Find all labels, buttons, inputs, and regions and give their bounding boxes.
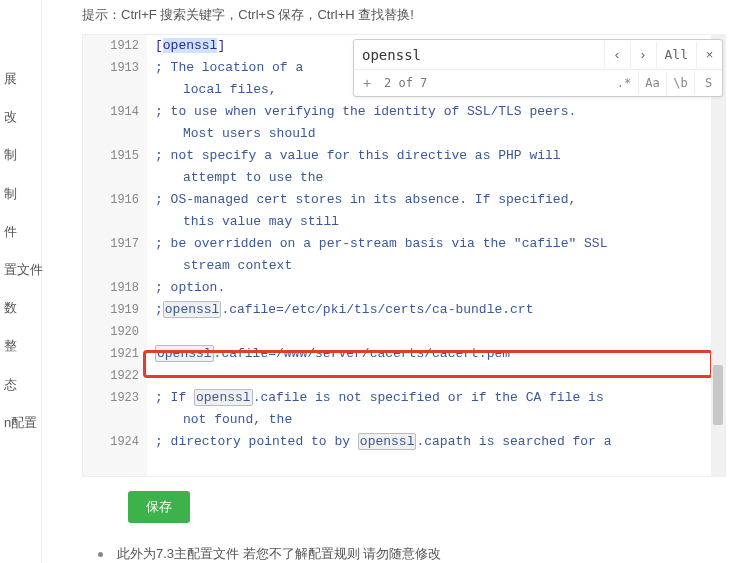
sidebar-item-9[interactable]: n配置 <box>0 404 41 442</box>
code-line[interactable]: ;openssl.cafile=/etc/pki/tls/certs/ca-bu… <box>155 299 725 321</box>
code-line[interactable]: ; directory pointed to by openssl.capath… <box>155 431 725 453</box>
line-number-gutter: 1912 1913 1914 1915 1916 1917 1918 1919 … <box>83 35 147 476</box>
search-prev-button[interactable]: ‹ <box>604 42 630 68</box>
sidebar-item-3[interactable]: 制 <box>0 175 41 213</box>
search-opt-word[interactable]: \b <box>666 71 694 95</box>
code-line[interactable]: ; to use when verifying the identity of … <box>155 101 725 145</box>
search-opt-case[interactable]: Aa <box>638 71 666 95</box>
scrollbar[interactable] <box>711 35 725 476</box>
sidebar-item-4[interactable]: 件 <box>0 213 41 251</box>
sidebar-item-1[interactable]: 改 <box>0 98 41 136</box>
sidebar-item-6[interactable]: 数 <box>0 289 41 327</box>
sidebar: 展 改 制 制 件 置文件 数 整 态 n配置 <box>0 0 42 563</box>
search-opt-regex[interactable]: .* <box>610 71 638 95</box>
sidebar-item-7[interactable]: 整 <box>0 327 41 365</box>
code-line[interactable]: ; be overridden on a per-stream basis vi… <box>155 233 725 277</box>
sidebar-item-5[interactable]: 置文件 <box>0 251 41 289</box>
code-area[interactable]: [openssl] ; The location of a local file… <box>147 35 725 476</box>
sidebar-item-2[interactable]: 制 <box>0 136 41 174</box>
code-line[interactable]: ; option. <box>155 277 725 299</box>
search-toggle-replace[interactable]: + <box>356 72 378 94</box>
code-line[interactable]: ; OS-managed cert stores in its absence.… <box>155 189 725 233</box>
sidebar-item-0[interactable]: 展 <box>0 60 41 98</box>
code-line[interactable]: ; If openssl.cafile is not specified or … <box>155 387 725 431</box>
search-input[interactable] <box>354 47 604 63</box>
code-line[interactable]: ; not specify a value for this directive… <box>155 145 725 189</box>
code-line[interactable] <box>155 365 725 387</box>
search-panel: ‹ › All × + 2 of 7 .* Aa \b S <box>353 39 723 97</box>
hint-text: 提示：Ctrl+F 搜索关键字，Ctrl+S 保存，Ctrl+H 查找替换! <box>42 0 746 30</box>
code-line[interactable]: openssl.cafile=/www/server/cacerts/cacer… <box>155 343 725 365</box>
search-close-button[interactable]: × <box>696 42 722 68</box>
code-editor[interactable]: ‹ › All × + 2 of 7 .* Aa \b S 1912 1913 <box>82 34 726 477</box>
footer-note: 此外为7.3主配置文件 若您不了解配置规则 请勿随意修改 <box>98 545 746 563</box>
search-all-button[interactable]: All <box>656 42 696 68</box>
search-opt-sel[interactable]: S <box>694 71 722 95</box>
sidebar-item-8[interactable]: 态 <box>0 366 41 404</box>
scroll-thumb[interactable] <box>713 365 723 425</box>
bullet-icon <box>98 552 103 557</box>
save-button[interactable]: 保存 <box>128 491 190 523</box>
code-line[interactable] <box>155 321 725 343</box>
search-next-button[interactable]: › <box>630 42 656 68</box>
search-count: 2 of 7 <box>378 72 610 94</box>
